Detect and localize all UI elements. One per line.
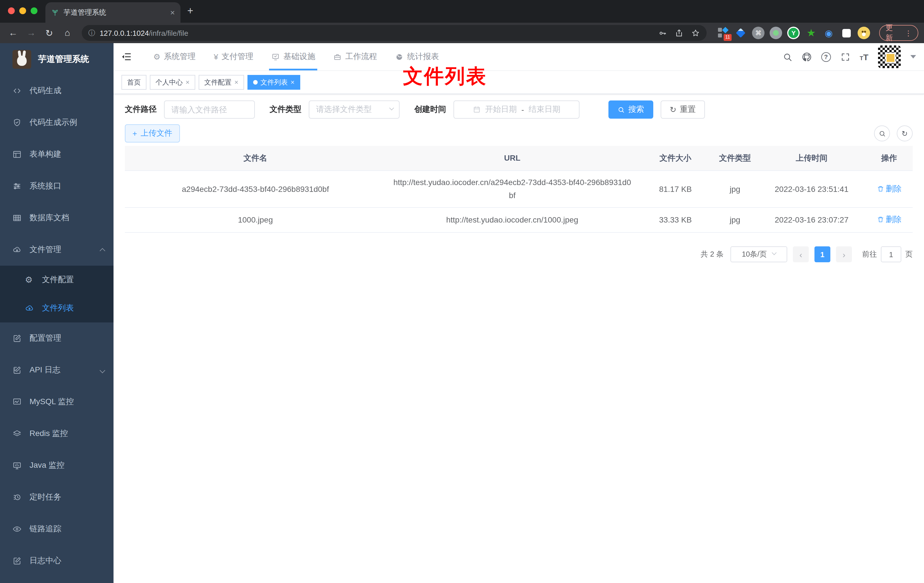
upload-file-button[interactable]: + 上传文件 (125, 124, 180, 142)
star-extension-icon[interactable]: ★ (805, 27, 817, 39)
emoji-extension-icon[interactable] (858, 27, 870, 39)
sidebar-item-redis-monitor[interactable]: Redis 监控 (0, 418, 114, 449)
file-mgmt-submenu: ⚙ 文件配置 文件列表 (0, 266, 114, 322)
sidebar-item-file-list[interactable]: 文件列表 (0, 294, 114, 322)
tag-close-icon[interactable]: × (234, 78, 238, 86)
command-extension-icon[interactable]: ⌘ (752, 27, 764, 39)
kite-extension-icon[interactable] (734, 27, 747, 39)
delete-button[interactable]: 删除 (876, 213, 902, 226)
tag-close-icon[interactable]: × (290, 78, 295, 86)
tag-file-config[interactable]: 文件配置 × (199, 75, 244, 90)
tag-home[interactable]: 首页 (122, 75, 147, 90)
reload-icon[interactable]: ↻ (42, 28, 57, 38)
extensions-area: 11 ⌘ Y ★ ◉ (717, 27, 870, 39)
app-logo-row[interactable]: 芋道管理系统 (0, 43, 114, 75)
search-button[interactable]: 搜索 (609, 101, 653, 119)
tag-profile[interactable]: 个人中心 × (150, 75, 195, 90)
sidebar-item-cron-jobs[interactable]: 定时任务 (0, 481, 114, 513)
date-range-picker[interactable]: 开始日期 - 结束日期 (454, 101, 579, 119)
cell-filename: a294ecb2-73dd-4353-bf40-296b8931d0bf (125, 177, 386, 201)
sidebar-item-file-mgmt[interactable]: 文件管理 (0, 234, 114, 266)
github-icon[interactable] (802, 52, 811, 61)
tampermonkey-extension-icon[interactable]: 11 (717, 27, 729, 39)
sidebar-item-mysql-monitor[interactable]: MySQL 监控 (0, 386, 114, 418)
topnav-system-mgmt[interactable]: ⚙ 系统管理 (147, 43, 202, 70)
password-key-icon[interactable] (658, 29, 667, 37)
window-minimize-button[interactable] (19, 7, 26, 14)
sidebar-item-api-log[interactable]: API 日志 (0, 354, 114, 386)
tag-file-list[interactable]: 文件列表 × (248, 75, 300, 90)
sidebar-item-code-gen[interactable]: 代码生成 (0, 75, 114, 107)
new-tab-button[interactable]: + (187, 6, 193, 16)
share-icon[interactable] (675, 29, 683, 37)
sidebar-item-config-mgmt[interactable]: 配置管理 (0, 322, 114, 354)
cell-filename: 1000.jpeg (125, 208, 386, 231)
date-end-placeholder[interactable]: 结束日期 (529, 104, 561, 115)
col-header-filename: 文件名 (125, 146, 386, 170)
goto-page-input[interactable] (881, 246, 901, 262)
infra-monitor-icon (272, 53, 280, 61)
back-icon[interactable]: ← (6, 28, 20, 38)
current-page-button[interactable]: 1 (815, 246, 830, 262)
y-extension-icon[interactable]: Y (787, 27, 800, 39)
col-header-action: 操作 (866, 146, 912, 170)
table-toolbar: + 上传文件 ↻ (125, 119, 912, 142)
dashboard-pie-icon (395, 53, 404, 61)
sidebar-item-form-builder[interactable]: 表单构建 (0, 139, 114, 170)
search-icon[interactable] (782, 52, 792, 61)
page-content: 文件路径 文件类型 请选择文件类型 创建时间 开始日期 - 结束日期 搜索 (114, 94, 924, 262)
forward-icon[interactable]: → (24, 28, 39, 38)
delete-button[interactable]: 删除 (876, 182, 902, 195)
file-type-label: 文件类型 (270, 104, 301, 115)
browser-window: 芋道管理系统 × + ← → ↻ ⌂ ⓘ 127.0.0.1:1024/infr… (0, 0, 924, 583)
tag-close-icon[interactable]: × (186, 78, 190, 86)
bookmark-star-icon[interactable] (691, 29, 700, 37)
help-icon[interactable]: ? (821, 52, 831, 61)
browser-menu-icon[interactable]: ⋮ (905, 29, 912, 37)
chrome-update-button[interactable]: 更新 ⋮ (879, 25, 918, 41)
col-header-type: 文件类型 (712, 146, 758, 170)
puzzle-extensions-icon[interactable] (840, 27, 853, 39)
sidebar-fold-icon[interactable] (122, 52, 132, 62)
gear-icon: ⚙ (153, 52, 160, 61)
browser-tab[interactable]: 芋道管理系统 × (45, 2, 180, 23)
file-type-select[interactable]: 请选择文件类型 (309, 101, 399, 119)
date-start-placeholder[interactable]: 开始日期 (485, 104, 517, 115)
reset-button[interactable]: ↻ 重置 (661, 101, 705, 119)
topnav-payment-mgmt[interactable]: ¥ 支付管理 (207, 43, 260, 70)
code-icon (13, 86, 21, 95)
tab-close-icon[interactable]: × (170, 8, 175, 17)
sidebar-item-tracing[interactable]: 链路追踪 (0, 513, 114, 545)
fullscreen-icon[interactable] (840, 52, 850, 61)
sidebar-item-file-config[interactable]: ⚙ 文件配置 (0, 266, 114, 294)
cell-time: 2022-03-16 23:51:41 (758, 177, 866, 201)
sidebar-item-java-monitor[interactable]: Java 监控 (0, 449, 114, 481)
window-controls[interactable] (8, 7, 38, 14)
refresh-circle-button[interactable]: ↻ (897, 126, 912, 141)
cell-size: 81.17 KB (639, 177, 712, 201)
avatar-caret-down-icon[interactable] (911, 55, 916, 58)
sidebar-item-db-doc[interactable]: 数据库文档 (0, 202, 114, 234)
file-path-input[interactable] (164, 101, 255, 119)
sidebar-item-log-center[interactable]: 日志中心 (0, 545, 114, 577)
site-info-icon[interactable]: ⓘ (88, 28, 95, 38)
font-size-icon[interactable]: TT (860, 52, 868, 61)
red-annotation-text: 文件列表 (403, 63, 487, 90)
sidebar-item-system-api[interactable]: 系统接口 (0, 170, 114, 202)
prev-page-button[interactable]: ‹ (793, 246, 809, 262)
address-bar[interactable]: ⓘ 127.0.0.1:1024/infra/file/file (81, 25, 706, 41)
cloud-upload-icon (25, 304, 34, 313)
eye-extension-icon[interactable]: ◉ (822, 27, 835, 39)
next-page-button[interactable]: › (836, 246, 852, 262)
window-maximize-button[interactable] (31, 7, 38, 14)
home-icon[interactable]: ⌂ (60, 28, 75, 38)
avatar-qr-code[interactable] (878, 45, 901, 68)
window-close-button[interactable] (8, 7, 15, 14)
url-text[interactable]: 127.0.0.1:1024/infra/file/file (100, 29, 654, 37)
sidebar-item-code-gen-demo[interactable]: 代码生成示例 (0, 107, 114, 139)
topnav-infrastructure[interactable]: 基础设施 (265, 43, 322, 70)
show-search-circle-button[interactable] (874, 126, 890, 141)
dot-extension-icon[interactable] (770, 27, 782, 39)
topnav-workflow[interactable]: 工作流程 (327, 43, 384, 70)
page-size-select[interactable]: 10条/页 (731, 246, 787, 262)
